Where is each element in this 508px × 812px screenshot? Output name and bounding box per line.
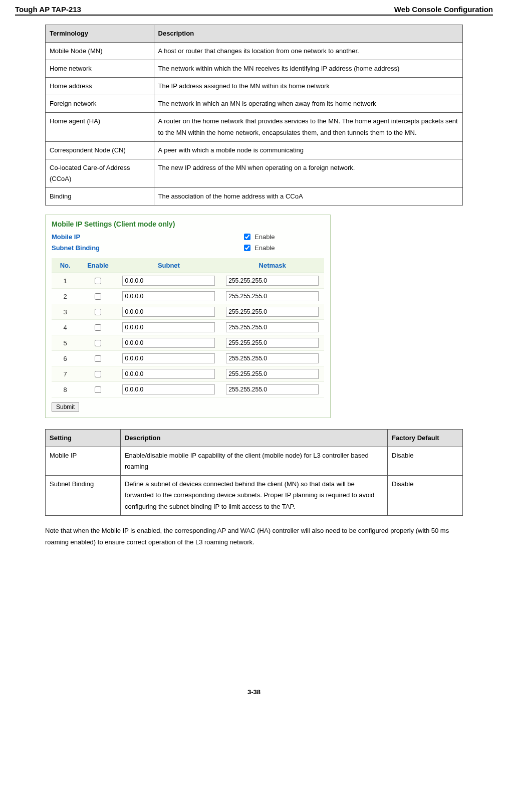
subnet-input[interactable] [122,276,215,286]
subnet-input[interactable] [122,353,215,363]
subnet-enable-checkbox[interactable] [95,309,101,315]
subnet-header-cell: Enable [79,258,117,273]
subnet-enable-checkbox[interactable] [95,278,101,284]
subnet-row: 1 [52,273,324,289]
setting-header-cell: Description [120,430,387,447]
subnet-header-cell: No. [52,258,79,273]
table-row: Home networkThe network within which the… [46,60,463,78]
subnet-row: 7 [52,366,324,382]
mobile-ip-settings-panel: Mobile IP Settings (Client mode only) Mo… [45,215,331,418]
submit-button[interactable]: Submit [52,402,79,412]
subnet-input[interactable] [122,338,215,348]
setting-header-cell: Setting [46,430,121,447]
subnet-row: 3 [52,304,324,320]
subnet-row: 6 [52,351,324,366]
subnet-input[interactable] [122,322,215,332]
subnet-input[interactable] [122,291,215,301]
table-row: Home addressThe IP address assigned to t… [46,78,463,95]
subnet-table: No.EnableSubnetNetmask 12345678 [52,258,324,397]
note-text: Note that when the Mobile IP is enabled,… [45,525,463,548]
table-row: Home agent (HA)A router on the home netw… [46,113,463,141]
subnet-row: 2 [52,289,324,304]
enable-text-1: Enable [255,233,275,241]
table-row: Subnet BindingDefine a subnet of devices… [46,476,463,515]
netmask-input[interactable] [226,276,319,286]
subnet-enable-checkbox[interactable] [95,340,101,346]
subnet-row: 8 [52,382,324,397]
terminology-table: TerminologyDescription Mobile Node (MN)A… [45,25,463,206]
subnet-enable-checkbox[interactable] [95,293,101,300]
subnet-header-cell: Subnet [117,258,221,273]
table-row: Foreign networkThe network in which an M… [46,95,463,113]
page-header: Tough AP TAP-213 Web Console Configurati… [15,5,493,16]
table-row: Mobile Node (MN)A host or router that ch… [46,43,463,60]
subnet-input[interactable] [122,369,215,379]
subnet-binding-checkbox[interactable] [244,245,250,251]
term-header-cell: Terminology [46,25,154,43]
table-row: BindingThe association of the home addre… [46,187,463,205]
setting-header-cell: Factory Default [388,430,463,447]
netmask-input[interactable] [226,353,319,363]
subnet-enable-checkbox[interactable] [95,386,101,393]
mobile-ip-checkbox[interactable] [244,234,250,240]
table-row: Correspondent Node (CN)A peer with which… [46,141,463,159]
page-number: 3-38 [45,688,463,696]
settings-table: SettingDescriptionFactory Default Mobile… [45,429,463,516]
subnet-binding-label: Subnet Binding [52,244,242,252]
mobile-ip-label: Mobile IP [52,233,242,241]
netmask-input[interactable] [226,307,319,317]
subnet-row: 4 [52,320,324,335]
netmask-input[interactable] [226,369,319,379]
subnet-enable-checkbox[interactable] [95,324,101,331]
table-row: Mobile IPEnable/disable mobile IP capabi… [46,447,463,476]
enable-text-2: Enable [255,244,275,252]
netmask-input[interactable] [226,384,319,394]
subnet-header-cell: Netmask [220,258,324,273]
header-left: Tough AP TAP-213 [15,5,81,14]
subnet-input[interactable] [122,307,215,317]
subnet-input[interactable] [122,384,215,394]
netmask-input[interactable] [226,291,319,301]
subnet-enable-checkbox[interactable] [95,371,101,377]
netmask-input[interactable] [226,322,319,332]
table-row: Co-located Care-of Address (CCoA)The new… [46,159,463,187]
subnet-row: 5 [52,335,324,351]
subnet-enable-checkbox[interactable] [95,355,101,362]
header-right: Web Console Configuration [394,5,493,14]
panel-title: Mobile IP Settings (Client mode only) [52,220,324,228]
netmask-input[interactable] [226,338,319,348]
term-header-cell: Description [154,25,462,43]
